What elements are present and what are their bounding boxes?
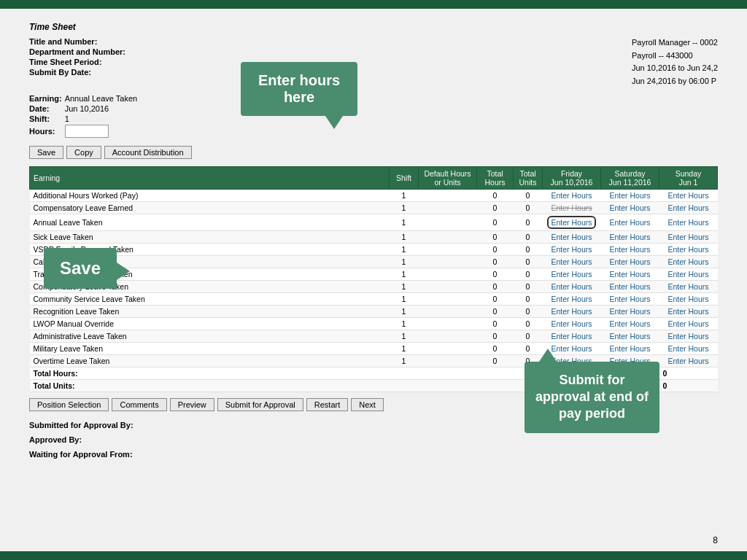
fri-cell[interactable]: Enter Hours [543,190,601,202]
fri-cell[interactable]: Enter Hours [543,214,601,231]
fri-cell[interactable]: Enter Hours [543,202,601,214]
enter-hours-sun-link[interactable]: Enter Hours [667,191,708,200]
fri-cell[interactable]: Enter Hours [543,244,601,256]
sun-cell[interactable]: Enter Hours [659,256,718,268]
enter-hours-fri-link[interactable]: Enter Hours [551,307,592,316]
submit-for-approval-button[interactable]: Submit for Approval [217,398,303,411]
enter-hours-sun-link[interactable]: Enter Hours [667,357,708,365]
sat-cell[interactable]: Enter Hours [601,202,659,214]
enter-hours-fri-link[interactable]: Enter Hours [551,203,592,212]
sat-cell[interactable]: Enter Hours [601,318,659,330]
enter-hours-sat-link[interactable]: Enter Hours [609,319,650,328]
enter-hours-fri-link[interactable]: Enter Hours [551,233,592,241]
sat-cell[interactable]: Enter Hours [601,190,659,202]
enter-hours-sun-link[interactable]: Enter Hours [667,218,708,227]
enter-hours-sat-link[interactable]: Enter Hours [609,332,650,341]
sat-cell[interactable]: Enter Hours [601,256,659,268]
sat-cell[interactable]: Enter Hours [601,306,659,318]
enter-hours-fri-link[interactable]: Enter Hours [551,332,592,341]
sun-cell[interactable]: Enter Hours [659,355,718,368]
enter-hours-sat-link[interactable]: Enter Hours [609,344,650,353]
page-number: 8 [713,535,718,545]
save-button[interactable]: Save [29,146,63,159]
enter-hours-fri-link[interactable]: Enter Hours [551,270,592,279]
position-selection-button[interactable]: Position Selection [29,398,109,411]
sun-cell[interactable]: Enter Hours [659,281,718,293]
sat-cell[interactable]: Enter Hours [601,268,659,281]
sat-cell[interactable]: Enter Hours [601,244,659,256]
enter-hours-sun-link[interactable]: Enter Hours [667,319,708,328]
enter-hours-sun-link[interactable]: Enter Hours [667,270,708,279]
enter-hours-sun-link[interactable]: Enter Hours [667,245,708,254]
enter-hours-sat-link[interactable]: Enter Hours [609,233,650,241]
sun-cell[interactable]: Enter Hours [659,190,718,202]
enter-hours-sat-link[interactable]: Enter Hours [609,282,650,291]
preview-button[interactable]: Preview [170,398,214,411]
sat-cell[interactable]: Enter Hours [601,214,659,231]
next-button[interactable]: Next [351,398,384,411]
enter-hours-sat-link[interactable]: Enter Hours [609,270,650,279]
approved-by: Approved By: [29,433,718,448]
enter-hours-fri-link[interactable]: Enter Hours [551,257,592,266]
fri-cell[interactable]: Enter Hours [543,306,601,318]
sun-cell[interactable]: Enter Hours [659,293,718,306]
enter-hours-fri-link[interactable]: Enter Hours [551,245,592,254]
enter-hours-fri-link[interactable]: Enter Hours [551,295,592,303]
enter-hours-sun-link[interactable]: Enter Hours [667,332,708,341]
sat-cell[interactable]: Enter Hours [601,231,659,244]
shift-cell: 1 [390,268,419,281]
fri-cell[interactable]: Enter Hours [543,268,601,281]
sat-cell[interactable]: Enter Hours [601,293,659,306]
copy-button[interactable]: Copy [66,146,101,159]
sun-cell[interactable]: Enter Hours [659,268,718,281]
enter-hours-sat-link[interactable]: Enter Hours [609,218,650,227]
sat-cell[interactable]: Enter Hours [601,343,659,355]
enter-hours-sat-link[interactable]: Enter Hours [609,295,650,303]
enter-hours-sun-link[interactable]: Enter Hours [667,203,708,212]
enter-hours-fri-link[interactable]: Enter Hours [547,216,595,229]
enter-hours-fri-link[interactable]: Enter Hours [551,191,592,200]
default-cell [419,330,477,343]
enter-hours-sat-link[interactable]: Enter Hours [609,245,650,254]
enter-hours-sun-link[interactable]: Enter Hours [667,282,708,291]
col-total-hours: Total Hours [477,167,514,190]
title-value [128,36,131,47]
enter-hours-fri-link[interactable]: Enter Hours [551,344,592,353]
table-row: Additional Hours Worked (Pay)100Enter Ho… [30,190,718,202]
fri-cell[interactable]: Enter Hours [543,281,601,293]
comments-button[interactable]: Comments [112,398,166,411]
shift-cell: 1 [390,231,419,244]
enter-hours-sat-link[interactable]: Enter Hours [609,307,650,316]
enter-hours-sun-link[interactable]: Enter Hours [667,307,708,316]
shift-cell: 1 [390,330,419,343]
enter-hours-fri-link[interactable]: Enter Hours [551,319,592,328]
account-dist-button[interactable]: Account Distribution [104,146,192,159]
sun-cell[interactable]: Enter Hours [659,202,718,214]
fri-cell[interactable]: Enter Hours [543,318,601,330]
restart-button[interactable]: Restart [306,398,348,411]
sun-cell[interactable]: Enter Hours [659,330,718,343]
enter-hours-sat-link[interactable]: Enter Hours [609,191,650,200]
table-row: VSDP Family Personal Taken100Enter Hours… [30,244,718,256]
enter-hours-sun-link[interactable]: Enter Hours [667,295,708,303]
enter-hours-sun-link[interactable]: Enter Hours [667,233,708,241]
sun-cell[interactable]: Enter Hours [659,318,718,330]
sun-cell[interactable]: Enter Hours [659,343,718,355]
hours-input[interactable] [65,125,109,138]
sat-cell[interactable]: Enter Hours [601,281,659,293]
fri-cell[interactable]: Enter Hours [543,293,601,306]
sun-cell[interactable]: Enter Hours [659,214,718,231]
enter-hours-sun-link[interactable]: Enter Hours [667,344,708,353]
sun-cell[interactable]: Enter Hours [659,231,718,244]
fri-cell[interactable]: Enter Hours [543,231,601,244]
enter-hours-sun-link[interactable]: Enter Hours [667,257,708,266]
enter-hours-fri-link[interactable]: Enter Hours [551,282,592,291]
fri-cell[interactable]: Enter Hours [543,256,601,268]
hours-label: Hours: [29,124,65,139]
sun-cell[interactable]: Enter Hours [659,244,718,256]
sat-cell[interactable]: Enter Hours [601,330,659,343]
sun-cell[interactable]: Enter Hours [659,306,718,318]
enter-hours-sat-link[interactable]: Enter Hours [609,257,650,266]
enter-hours-sat-link[interactable]: Enter Hours [609,203,650,212]
fri-cell[interactable]: Enter Hours [543,330,601,343]
